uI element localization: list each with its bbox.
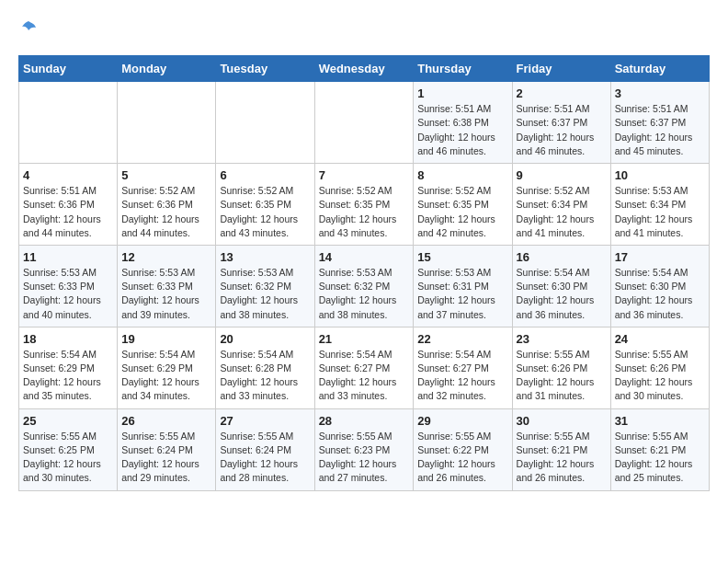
day-number: 11 (23, 250, 113, 264)
calendar-cell: 5Sunrise: 5:52 AMSunset: 6:36 PMDaylight… (118, 164, 216, 246)
day-number: 25 (23, 414, 113, 428)
day-info: Sunrise: 5:53 AMSunset: 6:33 PMDaylight:… (121, 266, 211, 322)
day-info: Sunrise: 5:52 AMSunset: 6:36 PMDaylight:… (121, 184, 211, 240)
day-number: 4 (23, 168, 113, 182)
day-info: Sunrise: 5:55 AMSunset: 6:21 PMDaylight:… (615, 430, 705, 486)
day-info: Sunrise: 5:55 AMSunset: 6:24 PMDaylight:… (220, 430, 310, 486)
day-number: 8 (417, 168, 507, 182)
logo-text (18, 18, 37, 40)
calendar-cell: 20Sunrise: 5:54 AMSunset: 6:28 PMDayligh… (216, 327, 314, 408)
calendar-cell: 11Sunrise: 5:53 AMSunset: 6:33 PMDayligh… (19, 245, 118, 327)
day-number: 30 (517, 414, 607, 428)
day-info: Sunrise: 5:55 AMSunset: 6:26 PMDaylight:… (615, 348, 705, 404)
calendar-cell (314, 82, 414, 164)
weekday-header: Saturday (610, 56, 709, 82)
day-number: 21 (319, 332, 410, 346)
day-info: Sunrise: 5:54 AMSunset: 6:27 PMDaylight:… (319, 348, 410, 404)
calendar-week-row: 11Sunrise: 5:53 AMSunset: 6:33 PMDayligh… (19, 245, 710, 327)
calendar-cell: 14Sunrise: 5:53 AMSunset: 6:32 PMDayligh… (314, 245, 414, 327)
day-info: Sunrise: 5:52 AMSunset: 6:35 PMDaylight:… (417, 184, 507, 240)
day-number: 14 (319, 250, 410, 264)
day-info: Sunrise: 5:51 AMSunset: 6:37 PMDaylight:… (517, 102, 607, 158)
day-number: 17 (615, 250, 705, 264)
day-info: Sunrise: 5:53 AMSunset: 6:32 PMDaylight:… (220, 266, 310, 322)
calendar-week-row: 4Sunrise: 5:51 AMSunset: 6:36 PMDaylight… (19, 164, 710, 246)
weekday-header: Friday (512, 56, 610, 82)
weekday-header: Sunday (19, 56, 118, 82)
calendar-cell: 17Sunrise: 5:54 AMSunset: 6:30 PMDayligh… (610, 245, 709, 327)
calendar-cell: 8Sunrise: 5:52 AMSunset: 6:35 PMDaylight… (414, 164, 512, 246)
day-number: 24 (615, 332, 705, 346)
calendar-cell: 24Sunrise: 5:55 AMSunset: 6:26 PMDayligh… (610, 327, 709, 408)
day-number: 13 (220, 250, 310, 264)
day-number: 18 (23, 332, 113, 346)
calendar-week-row: 1Sunrise: 5:51 AMSunset: 6:38 PMDaylight… (19, 82, 710, 164)
day-number: 5 (121, 168, 211, 182)
day-info: Sunrise: 5:54 AMSunset: 6:28 PMDaylight:… (220, 348, 310, 404)
day-number: 16 (517, 250, 607, 264)
calendar-cell: 1Sunrise: 5:51 AMSunset: 6:38 PMDaylight… (414, 82, 512, 164)
day-info: Sunrise: 5:55 AMSunset: 6:22 PMDaylight:… (417, 430, 507, 486)
day-info: Sunrise: 5:52 AMSunset: 6:35 PMDaylight:… (319, 184, 410, 240)
calendar-cell: 29Sunrise: 5:55 AMSunset: 6:22 PMDayligh… (414, 408, 512, 490)
day-number: 3 (615, 86, 705, 100)
day-number: 29 (417, 414, 507, 428)
day-info: Sunrise: 5:53 AMSunset: 6:34 PMDaylight:… (615, 184, 705, 240)
calendar-cell: 21Sunrise: 5:54 AMSunset: 6:27 PMDayligh… (314, 327, 414, 408)
day-number: 28 (319, 414, 410, 428)
day-info: Sunrise: 5:51 AMSunset: 6:37 PMDaylight:… (615, 102, 705, 158)
day-number: 15 (417, 250, 507, 264)
calendar-cell (19, 82, 118, 164)
calendar-cell: 13Sunrise: 5:53 AMSunset: 6:32 PMDayligh… (216, 245, 314, 327)
calendar-week-row: 25Sunrise: 5:55 AMSunset: 6:25 PMDayligh… (19, 408, 710, 490)
day-number: 7 (319, 168, 410, 182)
calendar-cell: 27Sunrise: 5:55 AMSunset: 6:24 PMDayligh… (216, 408, 314, 490)
day-number: 9 (517, 168, 607, 182)
calendar-cell: 2Sunrise: 5:51 AMSunset: 6:37 PMDaylight… (512, 82, 610, 164)
calendar-cell: 31Sunrise: 5:55 AMSunset: 6:21 PMDayligh… (610, 408, 709, 490)
calendar-cell (118, 82, 216, 164)
day-number: 12 (121, 250, 211, 264)
day-info: Sunrise: 5:51 AMSunset: 6:36 PMDaylight:… (23, 184, 113, 240)
calendar-cell: 30Sunrise: 5:55 AMSunset: 6:21 PMDayligh… (512, 408, 610, 490)
weekday-header: Tuesday (216, 56, 314, 82)
calendar-cell: 12Sunrise: 5:53 AMSunset: 6:33 PMDayligh… (118, 245, 216, 327)
calendar-cell: 18Sunrise: 5:54 AMSunset: 6:29 PMDayligh… (19, 327, 118, 408)
day-info: Sunrise: 5:55 AMSunset: 6:26 PMDaylight:… (517, 348, 607, 404)
day-info: Sunrise: 5:52 AMSunset: 6:34 PMDaylight:… (517, 184, 607, 240)
header (18, 18, 710, 40)
day-info: Sunrise: 5:54 AMSunset: 6:27 PMDaylight:… (417, 348, 507, 404)
day-number: 22 (417, 332, 507, 346)
day-number: 10 (615, 168, 705, 182)
calendar-week-row: 18Sunrise: 5:54 AMSunset: 6:29 PMDayligh… (19, 327, 710, 408)
calendar-cell: 9Sunrise: 5:52 AMSunset: 6:34 PMDaylight… (512, 164, 610, 246)
day-number: 20 (220, 332, 310, 346)
day-info: Sunrise: 5:53 AMSunset: 6:33 PMDaylight:… (23, 266, 113, 322)
day-info: Sunrise: 5:54 AMSunset: 6:29 PMDaylight:… (121, 348, 211, 404)
weekday-header: Thursday (414, 56, 512, 82)
weekday-header: Wednesday (314, 56, 414, 82)
calendar-cell: 28Sunrise: 5:55 AMSunset: 6:23 PMDayligh… (314, 408, 414, 490)
calendar-cell: 26Sunrise: 5:55 AMSunset: 6:24 PMDayligh… (118, 408, 216, 490)
day-number: 27 (220, 414, 310, 428)
calendar-cell: 4Sunrise: 5:51 AMSunset: 6:36 PMDaylight… (19, 164, 118, 246)
day-info: Sunrise: 5:55 AMSunset: 6:21 PMDaylight:… (517, 430, 607, 486)
calendar-cell: 19Sunrise: 5:54 AMSunset: 6:29 PMDayligh… (118, 327, 216, 408)
weekday-header: Monday (118, 56, 216, 82)
calendar-cell: 22Sunrise: 5:54 AMSunset: 6:27 PMDayligh… (414, 327, 512, 408)
day-info: Sunrise: 5:54 AMSunset: 6:29 PMDaylight:… (23, 348, 113, 404)
day-info: Sunrise: 5:53 AMSunset: 6:32 PMDaylight:… (319, 266, 410, 322)
day-info: Sunrise: 5:53 AMSunset: 6:31 PMDaylight:… (417, 266, 507, 322)
day-number: 1 (417, 86, 507, 100)
day-info: Sunrise: 5:51 AMSunset: 6:38 PMDaylight:… (417, 102, 507, 158)
calendar-header-row: SundayMondayTuesdayWednesdayThursdayFrid… (19, 56, 710, 82)
calendar-cell: 6Sunrise: 5:52 AMSunset: 6:35 PMDaylight… (216, 164, 314, 246)
day-info: Sunrise: 5:55 AMSunset: 6:24 PMDaylight:… (121, 430, 211, 486)
calendar-cell: 7Sunrise: 5:52 AMSunset: 6:35 PMDaylight… (314, 164, 414, 246)
calendar-cell: 16Sunrise: 5:54 AMSunset: 6:30 PMDayligh… (512, 245, 610, 327)
calendar-cell: 3Sunrise: 5:51 AMSunset: 6:37 PMDaylight… (610, 82, 709, 164)
day-number: 31 (615, 414, 705, 428)
day-number: 2 (517, 86, 607, 100)
calendar-cell: 23Sunrise: 5:55 AMSunset: 6:26 PMDayligh… (512, 327, 610, 408)
calendar-cell (216, 82, 314, 164)
